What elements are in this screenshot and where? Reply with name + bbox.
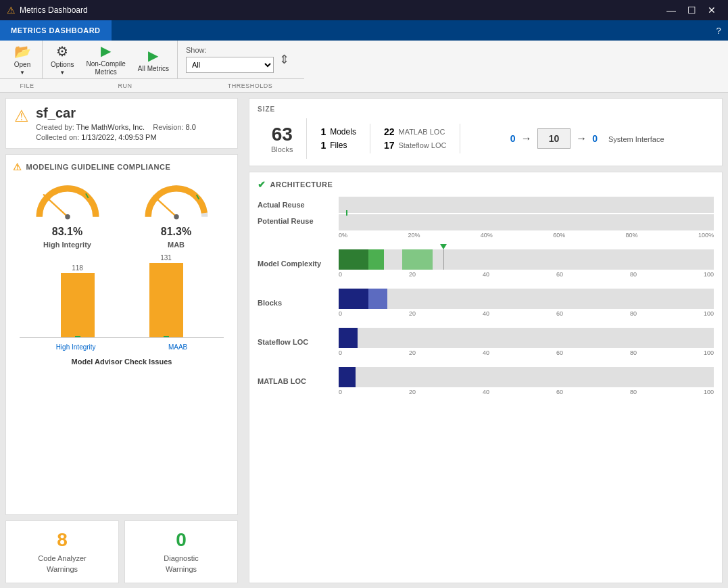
svg-line-3 bbox=[153, 196, 176, 217]
complexity-axis: 0 20 40 60 80 100 bbox=[339, 271, 714, 278]
left-panel: ⚠ sf_car Created by: The MathWorks, Inc.… bbox=[0, 93, 243, 588]
svg-line-0 bbox=[43, 195, 67, 217]
loc-group: 22 MATLAB LOC 17 Stateflow LOC bbox=[370, 124, 461, 153]
title-bar-controls: — ☐ ✕ bbox=[662, 1, 721, 20]
complexity-bar-track bbox=[339, 249, 714, 270]
complexity-bar-3 bbox=[402, 249, 432, 270]
matlab-loc-label: MATLAB LOC bbox=[398, 128, 445, 136]
blocks-metric: 63 Blocks bbox=[258, 118, 307, 159]
bar-item-1: 118 bbox=[61, 264, 95, 337]
blocks-label: Blocks bbox=[271, 145, 293, 153]
blocks-value: 63 bbox=[271, 124, 293, 145]
complexity-bar-2 bbox=[368, 249, 383, 270]
main-content: ⚠ sf_car Created by: The MathWorks, Inc.… bbox=[0, 93, 728, 588]
arch-check-icon: ✔ bbox=[258, 179, 266, 190]
diagnostic-warnings-box[interactable]: 0 DiagnosticWarnings bbox=[124, 520, 238, 583]
gauge-2-pct: 81.3% bbox=[161, 226, 191, 238]
matlab-loc-chart: MATLAB LOC 0 20 40 60 80 100 bbox=[258, 367, 714, 395]
show-select[interactable]: All Warnings Errors bbox=[186, 57, 274, 73]
sys-interface-label: System Interface bbox=[608, 135, 664, 143]
thresholds-expand-button[interactable]: ⇕ bbox=[276, 49, 292, 70]
bar-2 bbox=[149, 263, 183, 337]
model-info: ⚠ sf_car Created by: The MathWorks, Inc.… bbox=[5, 98, 238, 149]
sys-arrow-out: → bbox=[576, 132, 587, 145]
reuse-labels: Actual Reuse Potential Reuse bbox=[258, 197, 339, 239]
bar-1-xlabel: High Integrity bbox=[56, 343, 96, 351]
models-files-group: 1 Models 1 Files bbox=[307, 124, 370, 153]
all-metrics-button[interactable]: ▶ All Metrics bbox=[132, 45, 174, 75]
matlab-loc-axis: 0 20 40 60 80 100 bbox=[339, 389, 714, 395]
complexity-label: Model Complexity bbox=[258, 260, 321, 268]
gauge-high-integrity: 83.1% High Integrity bbox=[27, 179, 108, 249]
bar-2-tick bbox=[164, 336, 169, 337]
gauge-1-pct: 83.1% bbox=[52, 226, 82, 238]
maximize-button[interactable]: ☐ bbox=[682, 1, 701, 20]
files-row: 1 Files bbox=[320, 140, 356, 151]
code-analyzer-count: 8 bbox=[11, 529, 113, 551]
title-bar-left: ⚠ Metrics Dashboard bbox=[7, 5, 88, 16]
actual-reuse-bar bbox=[339, 197, 714, 213]
app-warning-icon: ⚠ bbox=[7, 5, 16, 16]
complexity-marker-line bbox=[443, 249, 444, 270]
files-label: Files bbox=[330, 141, 347, 150]
complexity-chart: Model Complexity bbox=[258, 249, 714, 278]
app-title: Metrics Dashboard bbox=[20, 5, 88, 15]
model-created-by: Created by: The MathWorks, Inc. Revision… bbox=[36, 123, 196, 131]
main-tab[interactable]: METRICS DASHBOARD bbox=[0, 20, 112, 41]
minimize-button[interactable]: — bbox=[662, 1, 681, 20]
stateflow-bar-track bbox=[339, 328, 714, 348]
models-num: 1 bbox=[320, 126, 326, 137]
open-icon: 📂 bbox=[14, 43, 31, 59]
right-panel: SIZE 63 Blocks 1 Models 1 Files bbox=[243, 93, 728, 588]
stateflow-loc-label: Stateflow LOC bbox=[398, 141, 446, 149]
non-compile-button[interactable]: ▶ Non-CompileMetrics bbox=[80, 40, 130, 79]
reuse-bars: 0% 20% 40% 60% 80% 100% bbox=[339, 197, 714, 239]
gauge-2-label: MAB bbox=[168, 241, 185, 249]
gauge-mab: 81.3% MAB bbox=[136, 179, 217, 249]
blocks-bar-2 bbox=[368, 289, 387, 309]
close-button[interactable]: ✕ bbox=[702, 1, 721, 20]
options-icon: ⚙ bbox=[56, 43, 68, 59]
tab-bar: METRICS DASHBOARD ? bbox=[0, 20, 728, 41]
run-section-label: RUN bbox=[54, 78, 196, 92]
stateflow-chart: Stateflow LOC 0 20 40 60 80 100 bbox=[258, 328, 714, 356]
complexity-label-col: Model Complexity bbox=[258, 249, 339, 278]
options-button[interactable]: ⚙ Options ▼ bbox=[45, 41, 79, 78]
potential-reuse-marker bbox=[346, 210, 347, 216]
help-button[interactable]: ? bbox=[709, 20, 728, 41]
compliance-icon: ⚠ bbox=[13, 162, 22, 172]
bar-1-tick bbox=[75, 336, 80, 337]
compliance-header: ⚠ MODELING GUIDELINE COMPLIANCE bbox=[13, 162, 230, 172]
show-label: Show: bbox=[186, 46, 274, 54]
title-bar: ⚠ Metrics Dashboard — ☐ ✕ bbox=[0, 0, 728, 20]
matlab-loc-row: 22 MATLAB LOC bbox=[384, 126, 447, 137]
matlab-loc-bar-track bbox=[339, 367, 714, 387]
bar-2-xlabel: MAAB bbox=[168, 343, 187, 351]
open-button[interactable]: 📂 Open ▼ bbox=[5, 41, 39, 78]
gauges-row: 83.1% High Integrity 81.3% MAB bbox=[13, 179, 230, 249]
stateflow-bar-col: 0 20 40 60 80 100 bbox=[339, 328, 714, 356]
model-collected-on: Collected on: 1/13/2022, 4:09:53 PM bbox=[36, 133, 196, 141]
system-interface: 0 → 10 → 0 System Interface bbox=[460, 128, 714, 149]
size-header: SIZE bbox=[258, 105, 714, 113]
blocks-label-col: Blocks bbox=[258, 289, 339, 317]
stateflow-label-col: Stateflow LOC bbox=[258, 328, 339, 356]
size-section: SIZE 63 Blocks 1 Models 1 Files bbox=[249, 98, 723, 166]
sys-box-value: 10 bbox=[537, 128, 571, 149]
gauge-svg-1 bbox=[27, 179, 108, 223]
all-metrics-icon: ▶ bbox=[148, 47, 158, 64]
matlab-loc-num: 22 bbox=[384, 126, 395, 137]
sys-in-value: 0 bbox=[510, 133, 516, 144]
blocks-bar-col: 0 20 40 60 80 100 bbox=[339, 289, 714, 317]
matlab-loc-bar-1 bbox=[339, 367, 356, 387]
blocks-arch-label: Blocks bbox=[258, 299, 282, 307]
blocks-bar-1 bbox=[339, 289, 368, 309]
architecture-section: ✔ ARCHITECTURE Actual Reuse Potential Re… bbox=[249, 172, 723, 583]
bar-chart-area: 118 131 bbox=[20, 257, 224, 338]
sys-out-value: 0 bbox=[592, 133, 598, 144]
potential-reuse-bar bbox=[339, 214, 714, 230]
stateflow-arch-label: Stateflow LOC bbox=[258, 338, 308, 346]
svg-point-4 bbox=[174, 214, 178, 219]
code-analyzer-warnings-box[interactable]: 8 Code AnalyzerWarnings bbox=[5, 520, 119, 583]
bar-2-value: 131 bbox=[160, 254, 172, 262]
